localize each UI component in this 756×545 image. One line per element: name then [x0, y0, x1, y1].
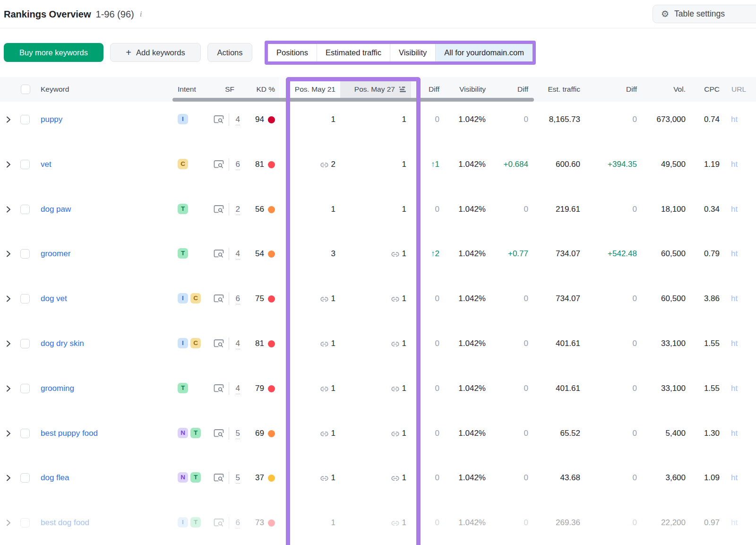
row-checkbox[interactable] — [17, 102, 34, 147]
row-checkbox[interactable] — [17, 147, 34, 191]
est-traffic-cell: 65.52 — [530, 415, 582, 460]
kd-value: 54 — [255, 248, 264, 260]
visibility-value: 1.042% — [458, 293, 486, 304]
add-keywords-button[interactable]: + Add keywords — [110, 43, 201, 62]
tab-all-for-yourdomain[interactable]: All for yourdomain.com — [436, 44, 533, 61]
intent-cell: NT — [170, 415, 208, 460]
url-link[interactable]: ht — [731, 159, 738, 170]
keyword-cell: groomer — [34, 236, 170, 281]
row-checkbox[interactable] — [17, 281, 34, 326]
url-link[interactable]: ht — [731, 204, 738, 215]
table-settings-button[interactable]: ⚙ Table settings — [653, 5, 756, 23]
kd-difficulty-dot — [268, 295, 275, 303]
volume-value: 60,500 — [661, 293, 686, 304]
buy-more-keywords-button[interactable]: Buy more keywords — [4, 43, 103, 62]
row-expand-button[interactable] — [0, 415, 17, 460]
actions-button[interactable]: Actions — [207, 43, 252, 62]
keyword-link[interactable]: best dog food — [41, 517, 89, 528]
visibility-diff-value: +0.684 — [504, 159, 528, 170]
pos-diff-cell: 0 — [411, 505, 442, 545]
info-icon[interactable]: i — [140, 9, 142, 19]
keyword-link[interactable]: dog flea — [41, 472, 69, 484]
url-link[interactable]: ht — [731, 338, 738, 349]
row-expand-button[interactable] — [0, 460, 17, 505]
column-header-traffic-diff[interactable]: Diff — [582, 77, 639, 102]
volume-cell: 3,600 — [639, 460, 687, 505]
row-expand-button[interactable] — [0, 191, 17, 236]
serp-link-icon — [391, 342, 399, 346]
row-checkbox[interactable] — [17, 326, 34, 371]
visibility-diff-cell: 0 — [488, 326, 530, 371]
traffic-diff-cell: 0 — [582, 281, 639, 326]
keyword-link[interactable]: dog paw — [41, 204, 71, 215]
url-link[interactable]: ht — [731, 114, 738, 125]
kd-cell: 94 — [244, 102, 279, 147]
serp-features-cell: 6 — [208, 147, 244, 191]
est-traffic-value: 43.68 — [560, 472, 580, 484]
row-checkbox[interactable] — [17, 371, 34, 415]
row-expand-button[interactable] — [0, 281, 17, 326]
keyword-link[interactable]: grooming — [41, 383, 74, 394]
tab-estimated-traffic[interactable]: Estimated traffic — [317, 44, 390, 61]
row-expand-button[interactable] — [0, 371, 17, 415]
kd-cell: 37 — [244, 460, 279, 505]
row-expand-button[interactable] — [0, 505, 17, 545]
sort-descending-icon — [399, 86, 406, 93]
kd-difficulty-dot — [268, 116, 275, 123]
row-expand-button[interactable] — [0, 102, 17, 147]
pos-diff-cell: 0 — [411, 415, 442, 460]
est-traffic-value: 8,165.73 — [549, 114, 580, 125]
serp-features-cell: 6 — [208, 505, 244, 545]
url-link[interactable]: ht — [731, 517, 738, 528]
tab-positions[interactable]: Positions — [268, 44, 317, 61]
serp-features-icon — [214, 205, 224, 214]
traffic-diff-cell: +542.48 — [582, 236, 639, 281]
url-link[interactable]: ht — [731, 248, 738, 260]
row-expand-button[interactable] — [0, 326, 17, 371]
column-header-volume[interactable]: Vol. — [639, 77, 687, 102]
cpc-cell: 1.55 — [687, 326, 722, 371]
est-traffic-cell: 401.61 — [530, 371, 582, 415]
keyword-link[interactable]: groomer — [41, 248, 70, 260]
select-all-checkbox[interactable] — [17, 77, 34, 102]
kd-value: 94 — [255, 114, 264, 125]
horizontal-scrollbar[interactable] — [172, 98, 534, 102]
serp-features-cell: 4 — [208, 236, 244, 281]
url-link[interactable]: ht — [731, 293, 738, 304]
kd-cell: 54 — [244, 236, 279, 281]
keyword-link[interactable]: vet — [41, 159, 52, 170]
tab-visibility[interactable]: Visibility — [390, 44, 436, 61]
column-header-cpc[interactable]: CPC — [687, 77, 722, 102]
kd-cell: 69 — [244, 415, 279, 460]
kd-cell: 73 — [244, 505, 279, 545]
visibility-diff-value: 0 — [524, 517, 528, 528]
keyword-link[interactable]: dog vet — [41, 293, 67, 304]
column-header-keyword[interactable]: Keyword — [34, 77, 170, 102]
serp-features-cell: 4 — [208, 326, 244, 371]
pos-diff-cell: 0 — [411, 281, 442, 326]
column-header-est-traffic[interactable]: Est. traffic — [530, 77, 582, 102]
cpc-value: 3.86 — [704, 293, 720, 304]
keyword-link[interactable]: dog dry skin — [41, 338, 84, 349]
row-checkbox[interactable] — [17, 236, 34, 281]
results-range: 1-96 (96) — [96, 9, 134, 20]
column-header-url[interactable]: URL — [722, 77, 756, 102]
pos-may-21-cell: 1 — [279, 371, 340, 415]
url-link[interactable]: ht — [731, 428, 738, 439]
keyword-link[interactable]: puppy — [41, 114, 62, 125]
row-expand-button[interactable] — [0, 236, 17, 281]
row-checkbox[interactable] — [17, 191, 34, 236]
visibility-diff-cell: 0 — [488, 281, 530, 326]
intent-badge-T: T — [178, 383, 188, 393]
keyword-link[interactable]: best puppy food — [41, 428, 98, 439]
visibility-diff-cell: +0.684 — [488, 147, 530, 191]
row-expand-button[interactable] — [0, 147, 17, 191]
row-checkbox[interactable] — [17, 415, 34, 460]
title-bar: Rankings Overview 1-96 (96) i — [0, 0, 756, 28]
url-link[interactable]: ht — [731, 383, 738, 394]
row-checkbox[interactable] — [17, 505, 34, 545]
serp-link-icon — [391, 252, 399, 257]
url-link[interactable]: ht — [731, 472, 738, 484]
row-checkbox[interactable] — [17, 460, 34, 505]
traffic-diff-cell: 0 — [582, 460, 639, 505]
